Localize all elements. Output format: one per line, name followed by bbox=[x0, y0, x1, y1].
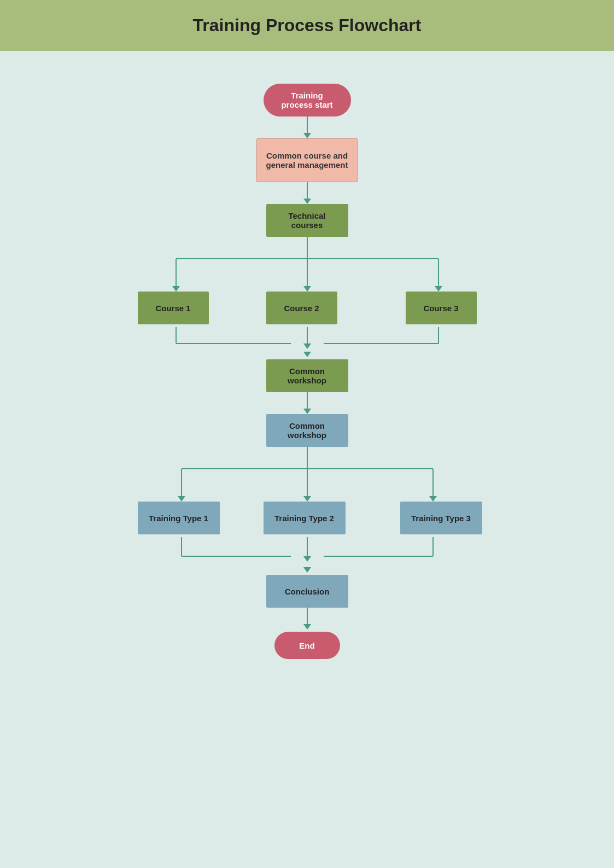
svg-marker-19 bbox=[303, 496, 311, 502]
course3-node: Course 3 bbox=[406, 292, 477, 324]
technical-courses-node: Technical courses bbox=[266, 204, 348, 237]
start-node: Training process start bbox=[264, 84, 351, 116]
common-workshop-blue-node: Common workshop bbox=[266, 414, 348, 447]
training-type2-node: Training Type 2 bbox=[264, 502, 346, 534]
svg-marker-21 bbox=[429, 496, 437, 502]
svg-marker-3 bbox=[172, 286, 180, 292]
svg-marker-17 bbox=[178, 496, 185, 502]
conclusion-node: Conclusion bbox=[266, 575, 348, 608]
end-node: End bbox=[274, 632, 340, 659]
svg-marker-5 bbox=[303, 286, 311, 292]
svg-marker-25 bbox=[303, 556, 311, 562]
training-type1-node: Training Type 1 bbox=[138, 502, 220, 534]
common-workshop-green-node: Common workshop bbox=[266, 359, 348, 392]
svg-marker-7 bbox=[435, 286, 442, 292]
svg-marker-11 bbox=[303, 343, 311, 349]
course2-node: Course 2 bbox=[266, 292, 337, 324]
training-type3-node: Training Type 3 bbox=[400, 502, 482, 534]
header: Training Process Flowchart bbox=[0, 0, 614, 51]
course1-node: Course 1 bbox=[138, 292, 209, 324]
common-course-node: Common course and general management bbox=[256, 138, 358, 182]
page-title: Training Process Flowchart bbox=[11, 15, 603, 36]
